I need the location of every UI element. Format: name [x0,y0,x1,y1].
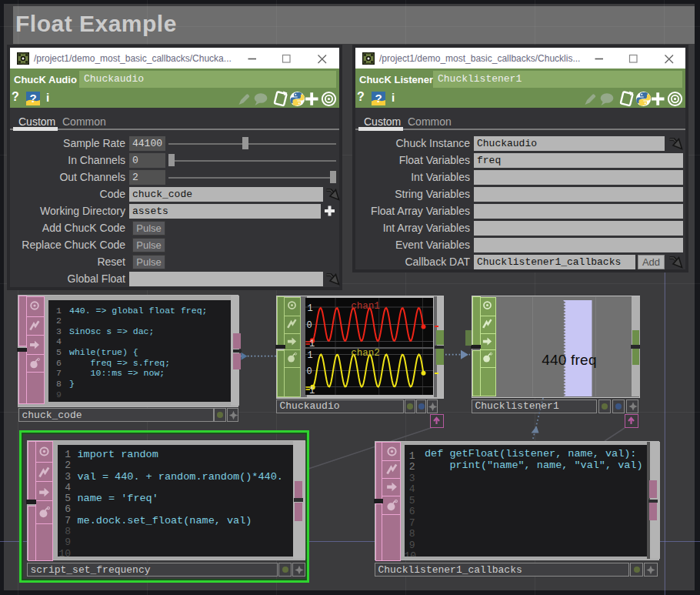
svg-text:0: 0 [307,320,312,331]
svg-text:1: 1 [309,339,315,349]
svg-text:chan2: chan2 [351,348,380,359]
svg-text:?: ? [375,92,382,105]
svg-text:1: 1 [309,386,315,396]
svg-text:1: 1 [308,303,313,314]
svg-text:?: ? [29,92,36,105]
svg-text:chan1: chan1 [351,301,380,312]
svg-text:1: 1 [308,350,313,361]
svg-text:0: 0 [307,366,312,377]
